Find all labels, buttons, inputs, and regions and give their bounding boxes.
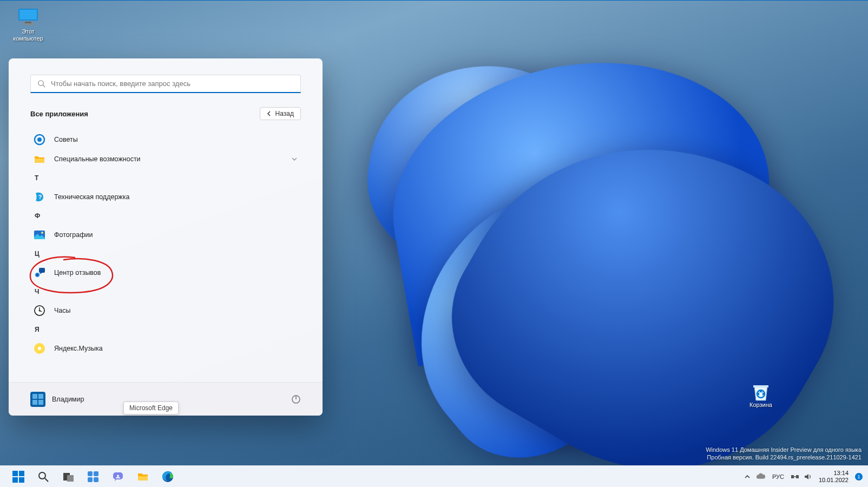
user-name: Владимир bbox=[52, 396, 84, 403]
app-item-tech-support[interactable]: ? Техническая поддержка bbox=[30, 187, 301, 207]
svg-point-19 bbox=[38, 347, 41, 350]
onedrive-tray-icon[interactable] bbox=[756, 470, 766, 483]
svg-rect-3 bbox=[23, 23, 34, 25]
chevron-down-icon bbox=[291, 156, 298, 162]
tray-overflow-button[interactable] bbox=[743, 470, 752, 483]
task-view-icon bbox=[62, 471, 74, 483]
desktop-icon-label: Корзина bbox=[740, 402, 781, 409]
yandex-music-icon bbox=[34, 343, 45, 354]
cloud-icon bbox=[756, 473, 766, 480]
start-search-input[interactable] bbox=[51, 80, 294, 88]
language-indicator[interactable]: РУС bbox=[770, 473, 786, 480]
folder-icon bbox=[137, 471, 149, 483]
svg-rect-14 bbox=[39, 268, 45, 273]
task-view-button[interactable] bbox=[62, 470, 75, 483]
svg-rect-33 bbox=[67, 475, 74, 482]
top-border bbox=[0, 0, 868, 1]
desktop-icon-recycle-bin[interactable]: Корзина bbox=[740, 381, 781, 409]
svg-point-8 bbox=[37, 137, 42, 142]
taskbar-clock[interactable]: 13:14 10.01.2022 bbox=[817, 470, 851, 484]
ethernet-icon bbox=[791, 472, 799, 481]
explorer-button[interactable] bbox=[136, 470, 149, 483]
user-account-button[interactable]: Владимир bbox=[30, 392, 84, 407]
svg-rect-43 bbox=[796, 475, 799, 478]
speaker-icon bbox=[804, 472, 812, 481]
desktop-icon-label: Этоткомпьютер bbox=[8, 28, 49, 42]
all-apps-heading: Все приложения bbox=[30, 110, 88, 118]
app-item-tips[interactable]: Советы bbox=[30, 130, 301, 149]
letter-heading[interactable]: Ф bbox=[30, 207, 301, 225]
svg-rect-42 bbox=[791, 475, 794, 478]
taskbar-tooltip: Microsoft Edge bbox=[123, 402, 179, 414]
app-item-yandex-music[interactable]: Яндекс.Музыка bbox=[30, 339, 301, 358]
recycle-bin-icon bbox=[750, 381, 772, 399]
desktop-icon-this-pc[interactable]: Этоткомпьютер bbox=[8, 8, 49, 42]
svg-rect-22 bbox=[32, 400, 37, 405]
svg-rect-40 bbox=[116, 477, 120, 478]
svg-rect-26 bbox=[12, 471, 18, 476]
svg-rect-27 bbox=[19, 471, 24, 476]
svg-rect-37 bbox=[94, 477, 98, 482]
svg-point-30 bbox=[39, 472, 45, 479]
notification-badge[interactable]: 1 bbox=[855, 473, 863, 481]
network-tray-icon[interactable] bbox=[791, 470, 799, 483]
folder-icon bbox=[34, 153, 45, 165]
svg-point-39 bbox=[117, 475, 119, 477]
feedback-hub-icon bbox=[34, 267, 45, 279]
letter-heading[interactable]: Ч bbox=[30, 282, 301, 301]
edge-icon bbox=[162, 471, 174, 483]
app-list: Советы Специальные возможности Т ? Техни… bbox=[30, 130, 301, 358]
app-item-feedback-hub[interactable]: Центр отзывов bbox=[30, 263, 301, 282]
svg-line-6 bbox=[43, 85, 45, 87]
help-icon: ? bbox=[34, 191, 45, 203]
monitor-icon bbox=[17, 8, 39, 26]
chevron-up-icon bbox=[744, 473, 751, 480]
letter-heading[interactable]: Я bbox=[30, 320, 301, 339]
photos-icon bbox=[34, 229, 45, 241]
letter-heading[interactable]: Т bbox=[30, 169, 301, 187]
svg-rect-35 bbox=[94, 471, 98, 476]
volume-tray-icon[interactable] bbox=[804, 470, 812, 483]
svg-rect-23 bbox=[38, 400, 43, 405]
svg-rect-29 bbox=[19, 477, 24, 483]
app-item-accessibility[interactable]: Специальные возможности bbox=[30, 149, 301, 169]
search-button[interactable] bbox=[37, 470, 50, 483]
edge-button[interactable] bbox=[161, 470, 174, 483]
svg-rect-28 bbox=[12, 477, 18, 483]
windows-logo-icon bbox=[12, 471, 24, 483]
svg-point-17 bbox=[39, 310, 41, 312]
chat-button[interactable] bbox=[111, 470, 124, 483]
svg-rect-20 bbox=[32, 394, 37, 399]
svg-point-11 bbox=[41, 232, 43, 234]
svg-rect-2 bbox=[25, 22, 31, 23]
svg-rect-36 bbox=[88, 477, 93, 482]
back-button[interactable]: Назад bbox=[260, 107, 301, 120]
windows-watermark: Windows 11 Домашняя Insider Preview для … bbox=[706, 446, 862, 461]
search-icon bbox=[37, 80, 45, 88]
user-avatar-icon bbox=[30, 392, 45, 407]
start-menu: Все приложения Назад Советы Специальные … bbox=[9, 58, 323, 416]
tips-icon bbox=[34, 134, 45, 146]
power-button[interactable] bbox=[291, 394, 301, 404]
clock-icon bbox=[34, 305, 45, 317]
svg-text:?: ? bbox=[38, 194, 42, 200]
app-item-clock[interactable]: Часы bbox=[30, 301, 301, 320]
svg-point-13 bbox=[36, 274, 38, 276]
svg-rect-1 bbox=[19, 10, 37, 19]
app-item-photos[interactable]: Фотографии bbox=[30, 225, 301, 245]
start-search-box[interactable] bbox=[30, 75, 301, 93]
widgets-icon bbox=[87, 471, 99, 483]
widgets-button[interactable] bbox=[87, 470, 100, 483]
start-button[interactable] bbox=[12, 470, 25, 483]
search-icon bbox=[37, 471, 49, 483]
svg-line-31 bbox=[45, 478, 48, 482]
svg-rect-34 bbox=[88, 471, 93, 476]
letter-heading[interactable]: Ц bbox=[30, 245, 301, 263]
taskbar: РУС 13:14 10.01.2022 1 bbox=[0, 465, 868, 487]
chevron-left-icon bbox=[267, 111, 272, 116]
chat-icon bbox=[112, 471, 124, 483]
svg-rect-21 bbox=[38, 394, 43, 399]
svg-point-5 bbox=[38, 81, 43, 85]
